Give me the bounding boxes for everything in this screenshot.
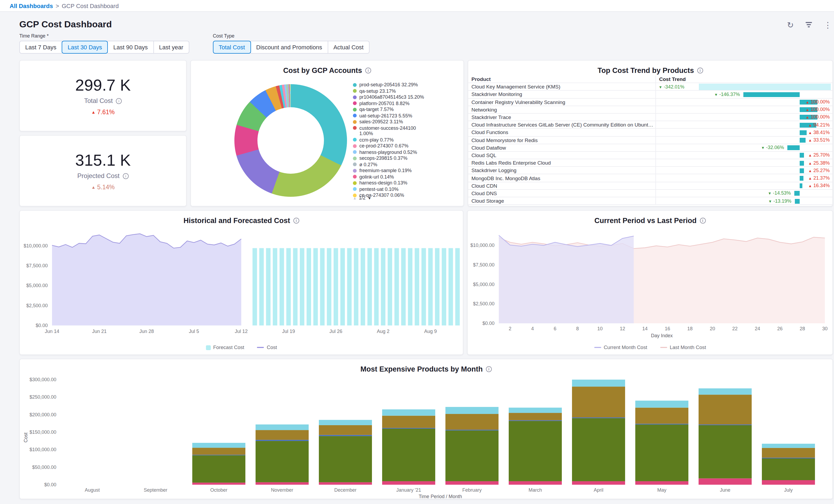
table-row: MongoDB Inc. MongoDB Atlas▲ 21.37% [468, 175, 832, 182]
legend-item[interactable]: ccm-play 0.77% [353, 137, 425, 143]
svg-text:$10,000.00: $10,000.00 [24, 243, 48, 248]
svg-text:$2,500.00: $2,500.00 [473, 301, 495, 306]
trend-value: ▲ 38.41% [808, 130, 830, 135]
kpi-label-text: Total Cost [84, 97, 113, 105]
legend-label: uat-setup-261723 5.55% [359, 113, 412, 118]
time-range-option-last-30-days[interactable]: Last 30 Days [62, 41, 108, 53]
info-icon[interactable]: i [365, 67, 371, 73]
info-icon[interactable]: i [116, 98, 122, 104]
breadcrumb-separator: > [56, 2, 59, 9]
legend-swatch [353, 101, 357, 105]
card-title-text: Current Period vs Last Period [594, 216, 697, 224]
table-row: Cloud Storage▼ -13.19% [468, 197, 832, 205]
card-title-text: Top Cost Trend by Products [597, 66, 694, 74]
svg-text:Jul 5: Jul 5 [189, 329, 199, 334]
svg-text:18: 18 [687, 326, 693, 331]
period-compare-chart: $10,000.00$7,500.00$5,000.00$2,500.00$0.… [469, 226, 832, 342]
legend-swatch [353, 181, 357, 185]
time-range-option-last-90-days[interactable]: Last 90 Days [108, 41, 154, 53]
legend-label: Forecast Cost [213, 345, 244, 350]
svg-text:12: 12 [620, 326, 625, 331]
cost-trend-cell: ▲ 33.51% [655, 136, 832, 144]
legend-label: qa-setup 23.17% [359, 88, 396, 94]
legend-item[interactable]: ø 0.27% [353, 162, 425, 167]
legend-item[interactable]: harness-design 0.13% [353, 180, 425, 186]
table-row: Stackdriver Logging▲ 25.27% [468, 167, 832, 175]
legend-item[interactable]: customer-success-244100 1.00% [353, 125, 425, 136]
projected-cost-delta: ▲ 5.14% [91, 184, 114, 190]
filter-icon[interactable] [805, 20, 813, 29]
legend-swatch [353, 175, 357, 178]
legend-item[interactable]: ce-prod-274307 0.67% [353, 143, 425, 149]
info-icon[interactable]: i [293, 217, 299, 223]
card-title: Most Expensive Products by Month i [20, 359, 832, 373]
legend-item[interactable]: platform-205701 8.82% [353, 101, 425, 106]
legend-item[interactable]: secops-239815 0.37% [353, 155, 425, 161]
info-icon[interactable]: i [123, 173, 129, 179]
trend-bar [800, 160, 804, 166]
svg-text:$250,000.00: $250,000.00 [29, 394, 56, 400]
legend-item[interactable]: uat-setup-261723 5.55% [353, 113, 425, 118]
trend-value: ▲ 94.21% [808, 122, 830, 127]
svg-text:26: 26 [777, 326, 783, 331]
legend-label: pr10406a87045145c3 15.20% [359, 94, 424, 100]
cost-type-option-actual-cost[interactable]: Actual Cost [327, 41, 370, 53]
delta-value: 7.61% [97, 109, 114, 115]
projected-cost-label: Projected Cost i [77, 172, 129, 180]
chart-legend: Forecast CostCost [20, 345, 463, 350]
page-up-icon[interactable]: ▲ [353, 196, 357, 200]
svg-text:28: 28 [800, 326, 805, 331]
legend-item[interactable]: qa-target 7.57% [353, 107, 425, 112]
svg-text:$5,000.00: $5,000.00 [26, 283, 48, 288]
more-options-icon[interactable]: ⋮ [824, 21, 832, 29]
product-name: Cloud Dataflow [468, 145, 655, 151]
svg-text:January '21: January '21 [396, 487, 421, 493]
time-range-option-last-7-days[interactable]: Last 7 Days [19, 41, 62, 53]
legend-swatch [353, 187, 357, 191]
refresh-icon[interactable]: ↻ [787, 21, 794, 29]
legend-label: ce-prod-274307 0.67% [359, 143, 409, 149]
cost-trend-cell: ▼ -13.19% [655, 197, 832, 204]
info-icon[interactable]: i [697, 67, 703, 73]
legend-item[interactable]: Current Month Cost [594, 345, 647, 350]
legend-label: harness-playground 0.52% [359, 149, 417, 155]
info-icon[interactable]: i [486, 366, 492, 372]
cost-type-option-discount-and-promotions[interactable]: Discount and Promotions [250, 41, 328, 53]
legend-item[interactable]: pr10406a87045145c3 15.20% [353, 94, 425, 100]
dashboard-toolbar: ↻ ⋮ [787, 20, 832, 29]
trend-value: ▲ 25.27% [808, 168, 830, 173]
legend-item[interactable]: Last Month Cost [660, 345, 706, 350]
breadcrumb-all-dashboards[interactable]: All Dashboards [10, 2, 53, 9]
svg-text:$2,500.00: $2,500.00 [26, 303, 48, 308]
legend-label: Last Month Cost [670, 345, 706, 350]
page-down-icon[interactable]: ▼ [368, 196, 371, 200]
legend-swatch [257, 347, 264, 348]
legend-item[interactable]: golink-url 0.14% [353, 174, 425, 180]
trend-up-icon: ▲ [91, 185, 95, 190]
cost-by-gcp-accounts-card: Cost by GCP Accounts i prod-setup-205416… [191, 60, 464, 206]
trend-value: ▲ 100.00% [806, 107, 830, 112]
total-cost-value: 299.7 K [75, 76, 131, 94]
info-icon[interactable]: i [700, 217, 706, 223]
legend-item[interactable]: sales-209522 3.11% [353, 119, 425, 125]
trend-bar [787, 145, 800, 150]
svg-text:$7,500.00: $7,500.00 [26, 263, 48, 268]
legend-item[interactable]: pentest-uat 0.10% [353, 186, 425, 192]
trend-value: ▲ 25.70% [808, 153, 830, 158]
cost-type-option-total-cost[interactable]: Total Cost [213, 41, 251, 53]
legend-item[interactable]: qa-setup 23.17% [353, 88, 425, 94]
legend-item[interactable]: harness-playground 0.52% [353, 149, 425, 155]
cost-trend-cell: ▲ 100.00% [655, 98, 832, 105]
legend-item[interactable]: Cost [257, 345, 277, 350]
time-range-option-last-year[interactable]: Last year [153, 41, 189, 53]
trend-bar [800, 138, 806, 143]
total-cost-delta: ▲ 7.61% [91, 109, 114, 115]
legend-swatch [594, 347, 601, 348]
legend-item[interactable]: prod-setup-205416 32.29% [353, 82, 425, 88]
legend-item[interactable]: freemium-sample 0.19% [353, 168, 425, 173]
legend-item[interactable]: Forecast Cost [206, 345, 244, 350]
trend-bar [800, 153, 804, 158]
legend-label: qa-target 7.57% [359, 107, 394, 112]
legend-swatch [353, 114, 357, 117]
svg-text:16: 16 [665, 326, 670, 331]
